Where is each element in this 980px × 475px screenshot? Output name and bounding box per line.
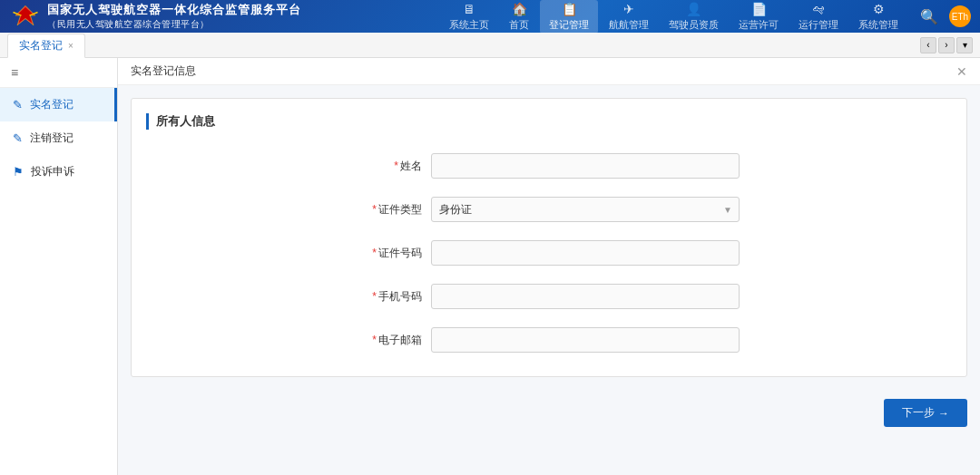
id-type-select-wrap: 身份证 护照 其他 ▼	[431, 197, 740, 222]
logo-line2: （民用无人驾驶航空器综合管理平台）	[47, 18, 301, 30]
operations-icon: 📄	[751, 2, 767, 16]
id-number-label: *证件号码	[358, 246, 431, 261]
content-header: 实名登记信息 ✕	[118, 58, 980, 85]
name-input[interactable]	[431, 153, 740, 179]
main-layout: ≡ ✎ 实名登记 ✎ 注销登记 ⚑ 投诉申诉 实名登记信息 ✕ 所有人信息 *	[0, 58, 980, 475]
system-icon: ⚙	[873, 2, 885, 16]
sidebar-item-complaint[interactable]: ⚑ 投诉申诉	[0, 155, 117, 189]
nav-home[interactable]: 🏠 首页	[500, 0, 538, 34]
header-actions: 🔍 ETh	[916, 5, 971, 29]
search-icon[interactable]: 🔍	[916, 5, 942, 29]
logo-icon	[9, 4, 42, 29]
sidebar-item-deregister[interactable]: ✎ 注销登记	[0, 121, 117, 155]
logo-text: 国家无人驾驶航空器一体化综合监管服务平台 （民用无人驾驶航空器综合管理平台）	[47, 3, 301, 30]
form-row-name: *姓名	[146, 144, 952, 188]
breadcrumb: 实名登记信息	[131, 63, 196, 79]
next-button[interactable]: 下一步 →	[884, 399, 967, 427]
phone-input[interactable]	[431, 284, 740, 309]
avatar-text: ETh	[952, 12, 968, 22]
avatar[interactable]: ETh	[949, 5, 971, 27]
nav-system-home[interactable]: 🖥 系统主页	[440, 0, 498, 34]
name-label: *姓名	[358, 159, 431, 174]
nav-navigation[interactable]: ✈ 航航管理	[600, 0, 658, 34]
id-type-label: *证件类型	[358, 202, 431, 218]
content-footer: 下一步 →	[118, 390, 980, 436]
main-nav: 🖥 系统主页 🏠 首页 📋 登记管理 ✈ 航航管理 👤 驾驶员资质 📄 运营许可…	[301, 0, 907, 34]
email-label: *电子邮箱	[358, 333, 431, 348]
content-area: 实名登记信息 ✕ 所有人信息 *姓名 *证件类型	[118, 58, 980, 475]
tab-nav-arrows: ‹ › ▾	[920, 37, 973, 53]
nav-pilot-label: 驾驶员资质	[669, 18, 719, 32]
nav-system-home-label: 系统主页	[449, 18, 489, 32]
sidebar-toggle[interactable]: ≡	[0, 58, 117, 88]
next-button-label: 下一步	[902, 405, 935, 421]
real-name-icon: ✎	[13, 98, 23, 111]
sidebar-item-real-name[interactable]: ✎ 实名登记	[0, 88, 117, 121]
sidebar-deregister-label: 注销登记	[30, 131, 74, 146]
nav-navigation-label: 航航管理	[609, 18, 649, 32]
form-row-id-type: *证件类型 身份证 护照 其他 ▼	[146, 188, 952, 231]
email-input[interactable]	[431, 327, 740, 353]
flight-icon: 🛩	[812, 2, 825, 16]
form-row-email: *电子邮箱	[146, 318, 952, 362]
phone-label: *手机号码	[358, 289, 431, 305]
nav-flight-label: 运行管理	[799, 18, 838, 32]
complaint-icon: ⚑	[13, 165, 24, 179]
tab-more-button[interactable]: ▾	[956, 37, 973, 53]
content-body: 所有人信息 *姓名 *证件类型 身份证 护照	[118, 85, 980, 390]
logo-line1: 国家无人驾驶航空器一体化综合监管服务平台	[47, 3, 301, 18]
sidebar: ≡ ✎ 实名登记 ✎ 注销登记 ⚑ 投诉申诉	[0, 58, 118, 475]
nav-registry[interactable]: 📋 登记管理	[540, 0, 598, 34]
nav-home-label: 首页	[509, 18, 529, 32]
nav-pilot[interactable]: 👤 驾驶员资质	[660, 0, 728, 34]
app-header: 国家无人驾驶航空器一体化综合监管服务平台 （民用无人驾驶航空器综合管理平台） 🖥…	[0, 0, 980, 33]
id-type-select[interactable]: 身份证 护照 其他	[431, 197, 740, 222]
nav-registry-label: 登记管理	[549, 18, 589, 32]
form-section: 所有人信息 *姓名 *证件类型 身份证 护照	[131, 98, 967, 377]
sidebar-complaint-label: 投诉申诉	[31, 164, 74, 179]
form-row-phone: *手机号码	[146, 275, 952, 318]
section-title: 所有人信息	[146, 113, 952, 130]
tab-next-button[interactable]: ›	[938, 37, 955, 53]
navigation-icon: ✈	[623, 2, 634, 16]
logo: 国家无人驾驶航空器一体化综合监管服务平台 （民用无人驾驶航空器综合管理平台）	[9, 3, 301, 30]
content-close-button[interactable]: ✕	[956, 64, 967, 79]
deregister-icon: ✎	[13, 131, 23, 145]
tab-close-icon[interactable]: ×	[68, 41, 74, 51]
next-arrow-icon: →	[938, 407, 949, 420]
nav-system[interactable]: ⚙ 系统管理	[849, 0, 907, 34]
pilot-icon: 👤	[686, 2, 701, 16]
id-number-input[interactable]	[431, 240, 740, 266]
nav-operations-label: 运营许可	[739, 18, 779, 32]
tab-real-name-label: 实名登记	[19, 38, 63, 53]
tab-prev-button[interactable]: ‹	[920, 37, 936, 53]
form-row-id-number: *证件号码	[146, 231, 952, 275]
home-icon: 🏠	[512, 2, 527, 16]
tab-real-name[interactable]: 实名登记 ×	[7, 34, 85, 58]
nav-operations[interactable]: 📄 运营许可	[730, 0, 788, 34]
sidebar-real-name-label: 实名登记	[30, 97, 74, 112]
nav-system-label: 系统管理	[858, 18, 898, 32]
system-home-icon: 🖥	[463, 2, 475, 16]
registry-icon: 📋	[562, 2, 577, 16]
tab-bar: 实名登记 × ‹ › ▾	[0, 33, 980, 58]
nav-flight[interactable]: 🛩 运行管理	[789, 0, 848, 34]
